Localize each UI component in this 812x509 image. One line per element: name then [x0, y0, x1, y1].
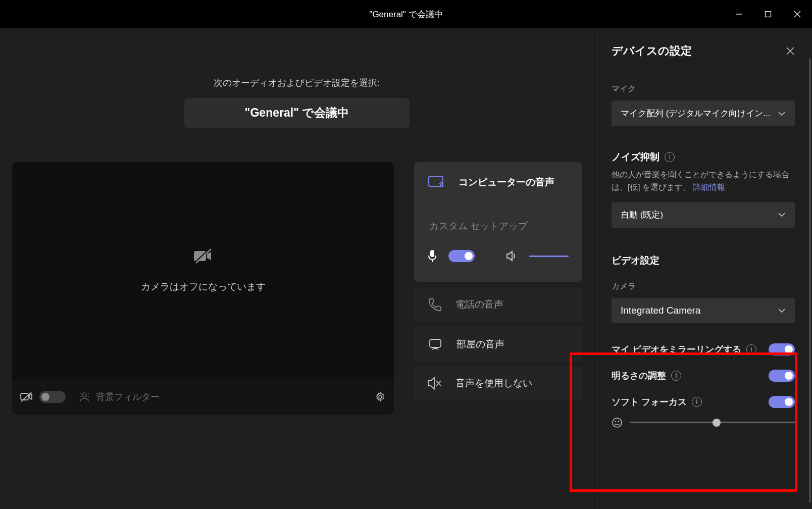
softfocus-label: ソフト フォーカス [612, 396, 687, 408]
volume-slider[interactable] [529, 256, 569, 257]
audio-room-label: 部屋の音声 [456, 338, 504, 351]
svg-point-12 [80, 396, 81, 397]
brightness-row: 明るさの調整 i [612, 370, 795, 382]
svg-point-25 [618, 421, 619, 422]
video-off-icon [193, 248, 213, 265]
info-icon[interactable]: i [746, 344, 756, 354]
softfocus-slider[interactable] [630, 422, 795, 423]
video-off-small-icon [20, 391, 33, 402]
info-icon[interactable]: i [692, 397, 702, 407]
video-preview: カメラはオフになっています 背景フィルター [12, 162, 394, 415]
chevron-down-icon [778, 212, 786, 217]
noise-link[interactable]: 詳細情報 [693, 183, 725, 191]
titlebar: "General" で会議中 [0, 0, 812, 28]
device-settings-panel: デバイスの設定 マイク マイク配列 (デジタルマイク向けイン... ノイズ抑制 … [594, 28, 812, 509]
svg-point-14 [379, 395, 382, 398]
background-filter-input[interactable]: 背景フィルター [72, 391, 369, 403]
svg-point-13 [88, 396, 89, 397]
close-icon[interactable] [786, 46, 795, 56]
audio-none-label: 音声を使用しない [455, 377, 532, 390]
window-controls [724, 0, 812, 28]
meeting-title-box: "General" で会議中 [184, 98, 410, 128]
audio-none-card[interactable]: 音声を使用しない [414, 367, 582, 400]
camera-select[interactable]: Integrated Camera [612, 298, 795, 323]
camera-selected: Integrated Camera [621, 305, 700, 316]
svg-point-24 [615, 421, 616, 422]
minimize-button[interactable] [724, 0, 753, 28]
audio-phone-card[interactable]: 電話の音声 [414, 287, 582, 322]
main-area: 次のオーディオおよびビデオ設定を選択: "General" で会議中 カメラはオ… [0, 28, 594, 509]
svg-rect-16 [430, 250, 434, 257]
computer-audio-icon [427, 174, 445, 190]
noise-select[interactable]: 自動 (既定) [612, 202, 795, 228]
softfocus-slider-row [612, 417, 795, 428]
svg-point-23 [613, 418, 622, 427]
audio-computer-card[interactable]: コンピューターの音声 カスタム セットアップ [414, 162, 582, 282]
audio-computer-label: コンピューターの音声 [459, 176, 554, 189]
preview-footer: 背景フィルター [12, 379, 394, 415]
mic-toggle[interactable] [448, 250, 475, 262]
mic-select[interactable]: マイク配列 (デジタルマイク向けイン... [612, 100, 795, 126]
brightness-toggle[interactable] [769, 370, 795, 382]
maximize-button[interactable] [753, 0, 783, 28]
svg-point-9 [82, 393, 86, 397]
speaker-icon [506, 250, 518, 262]
custom-setup-label[interactable]: カスタム セットアップ [427, 217, 569, 240]
close-button[interactable] [783, 0, 812, 28]
info-icon[interactable]: i [671, 371, 681, 381]
mirror-toggle[interactable] [769, 343, 795, 355]
phone-icon [427, 297, 442, 312]
audio-options: コンピューターの音声 カスタム セットアップ [414, 162, 582, 415]
mic-label: マイク [612, 84, 795, 94]
bg-filter-placeholder: 背景フィルター [96, 391, 160, 403]
brightness-label: 明るさの調整 [612, 370, 666, 382]
meeting-title: "General" で会議中 [245, 105, 349, 121]
noise-selected: 自動 (既定) [621, 209, 663, 221]
camera-toggle[interactable] [39, 391, 66, 403]
noise-title: ノイズ抑制 [612, 150, 659, 164]
person-blur-icon [79, 391, 90, 402]
mirror-label: マイ ビデオをミラーリングする [612, 343, 741, 355]
gear-icon[interactable] [375, 391, 386, 402]
window-title: "General" で会議中 [369, 9, 442, 20]
preview-body: カメラはオフになっています [12, 162, 394, 379]
info-icon[interactable]: i [665, 152, 675, 162]
audio-phone-label: 電話の音声 [455, 298, 503, 311]
svg-point-11 [88, 393, 89, 394]
scrollbar[interactable] [809, 59, 811, 503]
video-section-title: ビデオ設定 [612, 254, 795, 267]
mic-icon [427, 249, 437, 263]
camera-off-text: カメラはオフになっています [141, 280, 266, 293]
svg-rect-18 [430, 339, 441, 347]
mirror-row: マイ ビデオをミラーリングする i [612, 343, 795, 355]
noise-help: 他の人が音楽を聞くことができるようにする場合は、[低] を選びます。 詳細情報 [612, 169, 795, 194]
panel-title: デバイスの設定 [612, 43, 692, 59]
camera-label: カメラ [612, 281, 795, 292]
speaker-off-icon [427, 377, 442, 390]
audio-room-card[interactable]: 部屋の音声 [414, 327, 582, 362]
room-icon [427, 337, 443, 351]
softfocus-row: ソフト フォーカス i [612, 396, 795, 408]
softfocus-toggle[interactable] [769, 396, 795, 408]
chevron-down-icon [778, 308, 786, 313]
smiley-icon [612, 417, 623, 428]
chevron-down-icon [778, 111, 786, 116]
subtitle: 次のオーディオおよびビデオ設定を選択: [12, 77, 582, 89]
svg-point-10 [80, 393, 81, 394]
svg-rect-1 [766, 12, 771, 17]
mic-selected: マイク配列 (デジタルマイク向けイン... [621, 108, 771, 119]
